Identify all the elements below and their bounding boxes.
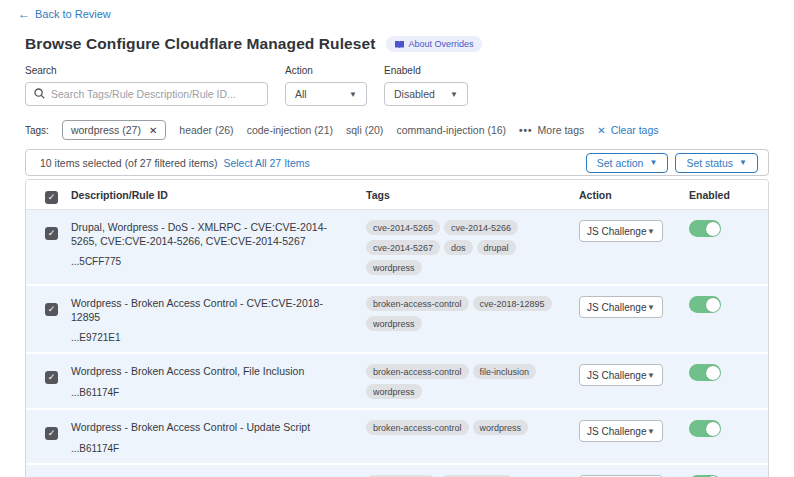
tag-pill: wordpress [366, 260, 422, 275]
action-field-group: Action All ▼ [285, 65, 367, 106]
table-row: Wordpress - Code Injection, File Inclusi… [26, 463, 768, 477]
enabled-toggle[interactable] [689, 420, 721, 437]
chevron-down-icon: ▼ [647, 303, 655, 312]
row-checkbox-cell [26, 364, 71, 384]
rule-description: Wordpress - Broken Access Control, File … [71, 364, 346, 378]
rule-id: ...B61174F [71, 387, 346, 398]
chevron-down-icon: ▼ [450, 90, 458, 99]
row-checkbox[interactable] [45, 303, 58, 316]
search-input[interactable] [51, 88, 259, 100]
row-action-value: JS Challenge [587, 302, 646, 313]
title-row: Browse Configure Cloudflare Managed Rule… [25, 35, 794, 53]
column-header-enabled: Enabled [689, 189, 768, 201]
table-row: Wordpress - Broken Access Control - Upda… [26, 408, 768, 462]
enabled-toggle[interactable] [689, 296, 721, 313]
row-enabled-cell [689, 220, 768, 241]
tag-option[interactable]: command-injection (16) [396, 124, 506, 136]
enabled-toggle[interactable] [689, 364, 721, 381]
column-header-action: Action [579, 189, 689, 201]
chevron-down-icon: ▼ [647, 227, 655, 236]
book-icon [394, 40, 405, 49]
row-action-value: JS Challenge [587, 226, 646, 237]
tag-pill: dos [444, 240, 473, 255]
tag-option[interactable]: sqli (20) [346, 124, 383, 136]
tag-pill: drupal [477, 240, 516, 255]
action-filter-select[interactable]: All ▼ [285, 82, 367, 106]
row-action-select[interactable]: JS Challenge ▼ [579, 296, 663, 318]
chevron-down-icon: ▼ [647, 371, 655, 380]
table-header-row: Description/Rule ID Tags Action Enabled [26, 180, 768, 210]
row-checkbox[interactable] [45, 227, 58, 240]
row-enabled-cell [689, 296, 768, 317]
row-action-cell: JS Challenge ▼ [579, 296, 689, 318]
row-action-select[interactable]: JS Challenge ▼ [579, 420, 663, 442]
row-action-cell: JS Challenge ▼ [579, 220, 689, 242]
tag-option[interactable]: code-injection (21) [247, 124, 333, 136]
tag-pill: wordpress [473, 420, 529, 435]
row-description-cell: Wordpress - Broken Access Control - CVE:… [71, 296, 366, 343]
action-filter-value: All [295, 88, 307, 100]
chevron-down-icon: ▼ [349, 90, 357, 99]
tag-pill: broken-access-control [366, 420, 469, 435]
row-checkbox-cell [26, 296, 71, 316]
selected-tag-label: wordpress (27) [71, 124, 141, 136]
tag-pills: broken-access-controlwordpress [366, 420, 573, 435]
table-row: Wordpress - Broken Access Control - CVE:… [26, 284, 768, 352]
ellipsis-icon: ••• [519, 125, 533, 136]
chevron-down-icon: ▼ [649, 158, 657, 167]
toggle-knob [706, 422, 720, 436]
tag-pill: cve-2018-12895 [473, 296, 552, 311]
tag-pill: wordpress [366, 316, 422, 331]
table-body: Drupal, Wordpress - DoS - XMLRPC - CVE:C… [26, 210, 768, 477]
column-header-tags: Tags [366, 189, 579, 201]
rule-description: Drupal, Wordpress - DoS - XMLRPC - CVE:C… [71, 220, 346, 248]
tag-pills: broken-access-controlcve-2018-12895wordp… [366, 296, 573, 331]
row-enabled-cell [689, 420, 768, 441]
selected-tag-wordpress[interactable]: wordpress (27) ✕ [62, 120, 166, 140]
row-action-select[interactable]: JS Challenge ▼ [579, 220, 663, 242]
table-row: Wordpress - Broken Access Control, File … [26, 352, 768, 408]
row-description-cell: Drupal, Wordpress - DoS - XMLRPC - CVE:C… [71, 220, 366, 267]
select-all-link[interactable]: Select All 27 Items [223, 157, 309, 169]
more-tags-button[interactable]: ••• More tags [519, 124, 584, 136]
row-tags-cell: broken-access-controlwordpress [366, 420, 579, 435]
set-status-button[interactable]: Set status ▼ [675, 153, 758, 173]
clear-tags-button[interactable]: ✕ Clear tags [597, 124, 658, 136]
clear-tags-label: Clear tags [611, 124, 659, 136]
bulk-action-buttons: Set action ▼ Set status ▼ [586, 153, 758, 173]
set-action-button[interactable]: Set action ▼ [586, 153, 669, 173]
selection-bar: 10 items selected (of 27 filtered items)… [25, 149, 769, 176]
about-overrides-badge[interactable]: About Overrides [386, 36, 482, 52]
row-action-select[interactable]: JS Challenge ▼ [579, 364, 663, 386]
search-field-group: Search [25, 65, 268, 106]
filters-row: Search Action All ▼ Enabeld Disabled ▼ [25, 65, 794, 106]
enabled-toggle[interactable] [689, 220, 721, 237]
toggle-knob [706, 366, 720, 380]
browse-ruleset-page: ← Back to Review Browse Configure Cloudf… [0, 0, 794, 477]
chevron-down-icon: ▼ [739, 158, 747, 167]
tags-filter-bar: Tags: wordpress (27) ✕ header (26) code-… [25, 120, 794, 140]
row-action-value: JS Challenge [587, 426, 646, 437]
enabled-filter-label: Enabeld [384, 65, 468, 76]
row-tags-cell: broken-access-controlfile-inclusionwordp… [366, 364, 579, 399]
back-to-review-link[interactable]: ← Back to Review [18, 8, 111, 20]
rule-id: ...E9721E1 [71, 332, 346, 343]
select-all-checkbox[interactable] [45, 191, 58, 204]
clear-icon: ✕ [597, 125, 605, 136]
set-status-label: Set status [686, 157, 733, 169]
column-header-description: Description/Rule ID [71, 189, 366, 201]
tag-option[interactable]: header (26) [179, 124, 233, 136]
row-tags-cell: cve-2014-5265cve-2014-5266cve-2014-5267d… [366, 220, 579, 275]
search-label: Search [25, 65, 268, 76]
tag-pills: broken-access-controlfile-inclusionwordp… [366, 364, 573, 399]
row-checkbox[interactable] [45, 427, 58, 440]
remove-tag-icon[interactable]: ✕ [149, 125, 157, 136]
tag-pill: broken-access-control [366, 296, 469, 311]
rules-table: Description/Rule ID Tags Action Enabled … [25, 179, 769, 477]
table-row: Drupal, Wordpress - DoS - XMLRPC - CVE:C… [26, 210, 768, 284]
enabled-filter-value: Disabled [394, 88, 435, 100]
row-checkbox[interactable] [45, 371, 58, 384]
row-description-cell: Wordpress - Broken Access Control, File … [71, 364, 366, 397]
toggle-knob [706, 222, 720, 236]
enabled-filter-select[interactable]: Disabled ▼ [384, 82, 468, 106]
